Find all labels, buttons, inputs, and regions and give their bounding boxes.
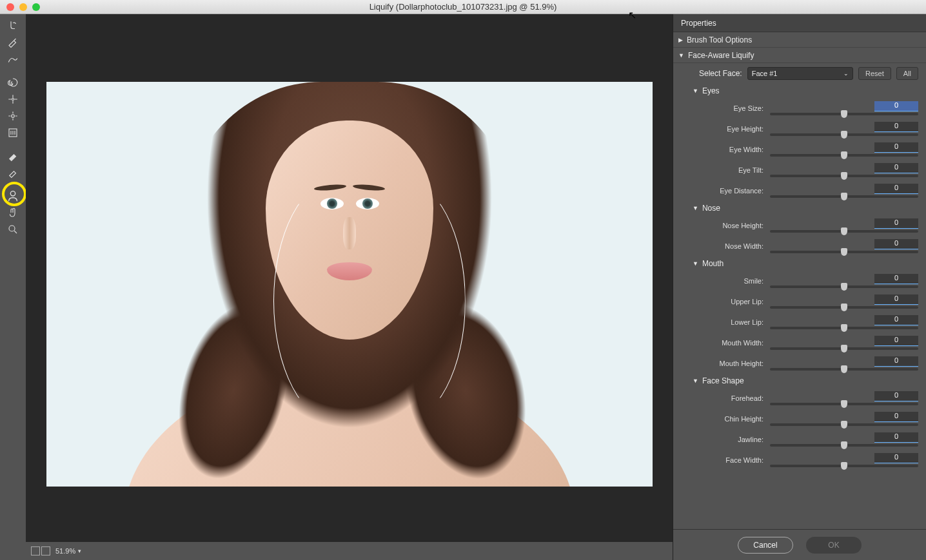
zoom-actual-icon[interactable]	[41, 546, 50, 555]
slider-thumb[interactable]	[841, 193, 847, 200]
section-label: Face-Aware Liquify	[688, 51, 754, 60]
slider-track[interactable]	[770, 306, 918, 309]
slider-value-input[interactable]: 0	[874, 274, 918, 284]
slider-thumb[interactable]	[841, 365, 847, 373]
subsection-face_shape[interactable]: ▼Face Shape	[673, 374, 926, 388]
ok-button[interactable]: OK	[806, 537, 862, 554]
subsection-eyes[interactable]: ▼Eyes	[673, 84, 926, 98]
hand-tool[interactable]	[4, 205, 22, 220]
slider-thumb[interactable]	[841, 110, 847, 118]
section-brush-options[interactable]: ▶ Brush Tool Options	[673, 32, 926, 48]
thaw-mask-tool[interactable]	[4, 165, 22, 180]
slider-thumb[interactable]	[841, 304, 847, 311]
slider-value-input[interactable]: 0	[874, 239, 918, 249]
slider-row: Eye Distance:0	[673, 180, 926, 201]
slider-track[interactable]	[770, 444, 918, 447]
svg-point-4	[9, 226, 15, 231]
slider-track[interactable]	[770, 347, 918, 350]
slider-value-input[interactable]: 0	[874, 391, 918, 401]
slider-thumb[interactable]	[841, 283, 847, 291]
chevron-down-icon: ⌄	[843, 70, 849, 77]
smooth-tool[interactable]	[4, 52, 22, 67]
slider-value-input[interactable]: 0	[874, 163, 918, 173]
reconstruct-tool[interactable]	[4, 35, 22, 50]
status-bar: 51.9% ▾	[26, 542, 673, 560]
slider-value-input[interactable]: 0	[874, 315, 918, 325]
canvas-area: 51.9% ▾	[26, 14, 673, 560]
zoom-tool[interactable]	[4, 222, 22, 237]
slider-value-input[interactable]: 0	[874, 218, 918, 229]
image-preview[interactable]	[46, 82, 653, 487]
slider-value-input[interactable]: 0	[874, 453, 918, 463]
slider-label: Nose Width:	[699, 242, 770, 250]
face-select-dropdown[interactable]: Face #1 ⌄	[747, 67, 853, 80]
slider-value-input[interactable]: 0	[874, 184, 918, 194]
slider-track[interactable]	[770, 423, 918, 426]
slider-track[interactable]	[770, 251, 918, 253]
slider-track[interactable]	[770, 154, 918, 157]
pucker-tool[interactable]	[4, 92, 22, 107]
slider-value-input[interactable]: 0	[874, 294, 918, 305]
window-title: Liquify (Dollarphotoclub_101073231.jpg @…	[0, 2, 926, 12]
slider-value-input[interactable]: 0	[874, 336, 918, 346]
slider-thumb[interactable]	[841, 172, 847, 180]
slider-value-input[interactable]: 0	[874, 101, 918, 111]
slider-track[interactable]	[770, 327, 918, 329]
slider-thumb[interactable]	[841, 324, 847, 332]
zoom-select[interactable]: 51.9% ▾	[55, 547, 81, 555]
slider-thumb[interactable]	[841, 151, 847, 159]
slider-track[interactable]	[770, 195, 918, 198]
zoom-fit-icon[interactable]	[31, 546, 40, 555]
slider-value-input[interactable]: 0	[874, 432, 918, 443]
triangle-right-icon: ▶	[678, 37, 683, 43]
freeze-mask-tool[interactable]	[4, 148, 22, 164]
all-button[interactable]: All	[896, 67, 918, 80]
slider-value-input[interactable]: 0	[874, 412, 918, 422]
subsection-nose[interactable]: ▼Nose	[673, 201, 926, 215]
slider-track[interactable]	[770, 175, 918, 177]
slider-track[interactable]	[770, 403, 918, 405]
forward-warp-tool[interactable]	[4, 18, 22, 34]
properties-panel: Properties ▶ Brush Tool Options ▼ Face-A…	[673, 14, 926, 560]
slider-track[interactable]	[770, 113, 918, 115]
slider-thumb[interactable]	[841, 421, 847, 429]
slider-row: Face Width:0	[673, 450, 926, 470]
twirl-tool[interactable]	[4, 75, 22, 90]
slider-value-input[interactable]: 0	[874, 356, 918, 367]
tool-toolbar	[0, 14, 26, 560]
slider-thumb[interactable]	[841, 441, 847, 449]
triangle-down-icon: ▼	[693, 88, 698, 94]
slider-row: Chin Height:0	[673, 409, 926, 429]
slider-thumb[interactable]	[841, 248, 847, 256]
slider-value-input[interactable]: 0	[874, 122, 918, 132]
slider-track[interactable]	[770, 465, 918, 467]
slider-track[interactable]	[770, 368, 918, 371]
slider-track[interactable]	[770, 285, 918, 288]
slider-thumb[interactable]	[841, 400, 847, 408]
slider-track[interactable]	[770, 230, 918, 233]
slider-track[interactable]	[770, 133, 918, 136]
slider-label: Mouth Height:	[699, 360, 770, 367]
slider-label: Forehead:	[699, 394, 770, 402]
slider-thumb[interactable]	[841, 227, 847, 235]
slider-label: Eye Size:	[699, 104, 770, 112]
slider-thumb[interactable]	[841, 131, 847, 139]
reset-button[interactable]: Reset	[858, 67, 891, 80]
push-left-tool[interactable]	[4, 125, 22, 140]
triangle-down-icon: ▼	[693, 378, 698, 384]
bloat-tool[interactable]	[4, 108, 22, 124]
section-face-aware[interactable]: ▼ Face-Aware Liquify	[673, 48, 926, 63]
slider-value-input[interactable]: 0	[874, 142, 918, 153]
cancel-button[interactable]: Cancel	[738, 537, 793, 554]
slider-row: Smile:0	[673, 271, 926, 291]
slider-row: Upper Lip:0	[673, 291, 926, 312]
slider-thumb[interactable]	[841, 345, 847, 352]
subsection-mouth[interactable]: ▼Mouth	[673, 256, 926, 271]
svg-point-0	[12, 99, 14, 101]
slider-row: Lower Lip:0	[673, 312, 926, 333]
slider-label: Eye Height:	[699, 125, 770, 133]
face-tool[interactable]	[4, 188, 22, 204]
slider-thumb[interactable]	[841, 462, 847, 470]
slider-row: Eye Tilt:0	[673, 160, 926, 180]
svg-point-1	[12, 115, 15, 118]
